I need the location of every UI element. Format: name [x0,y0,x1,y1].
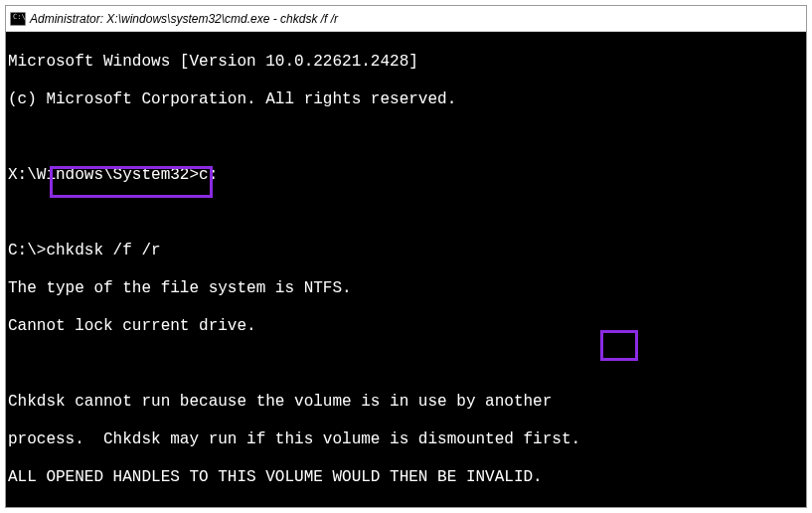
output-line: Chkdsk cannot run because the volume is … [8,393,804,412]
prompt-path: X:\Windows\System32> [8,166,199,184]
terminal-output[interactable]: Microsoft Windows [Version 10.0.22621.24… [6,32,806,507]
cmd-icon-text: C:\ [13,14,26,20]
titlebar[interactable]: C:\ Administrator: X:\windows\system32\c… [6,6,806,32]
blank-line [8,355,804,374]
version-line: Microsoft Windows [Version 10.0.22621.24… [8,53,804,72]
prompt-line-1: X:\Windows\System32>c: [8,166,804,185]
output-line: Would you like to force a dismount on th… [8,506,804,507]
prompt-question: Would you like to force a dismount on th… [8,506,552,507]
prompt-cmd: chkdsk /f /r [46,242,160,259]
user-input: y [552,506,562,507]
window-title: Administrator: X:\windows\system32\cmd.e… [30,12,338,26]
cmd-icon: C:\ [10,12,26,26]
prompt-line-2: C:\>chkdsk /f /r [8,242,804,260]
cmd-window: C:\ Administrator: X:\windows\system32\c… [5,5,807,508]
copyright-line: (c) Microsoft Corporation. All rights re… [8,90,804,109]
blank-line [8,128,804,147]
output-line: process. Chkdsk may run if this volume i… [8,430,804,449]
prompt-path: C:\> [8,242,46,259]
output-line: Cannot lock current drive. [8,317,804,336]
prompt-cmd: c: [199,166,218,184]
blank-line [8,204,804,223]
output-line: ALL OPENED HANDLES TO THIS VOLUME WOULD … [8,468,804,487]
output-line: The type of the file system is NTFS. [8,279,804,298]
